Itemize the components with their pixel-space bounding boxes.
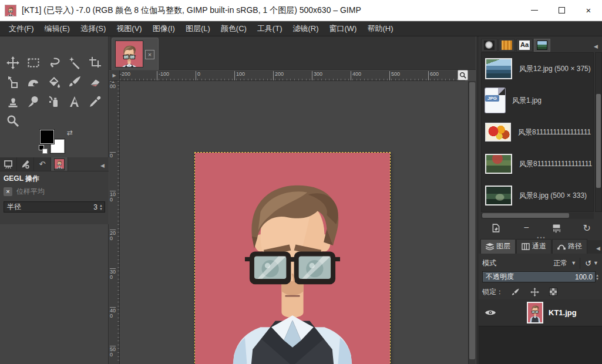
layers-dock-collapse-icon[interactable]: ◀	[592, 243, 602, 254]
swap-colors-icon[interactable]: ⇄	[67, 129, 73, 137]
watermark: 下载吧 www.xiazaiba.com	[510, 360, 601, 364]
canvas-image[interactable]	[195, 153, 390, 364]
tab-layers[interactable]: 图层	[480, 239, 516, 254]
app-icon	[5, 5, 16, 16]
refresh-button[interactable]: ↻	[577, 221, 597, 235]
tab-undo-history[interactable]: ↶	[34, 157, 51, 171]
reset-icon: ↺	[585, 259, 591, 268]
remove-entry-button[interactable]: −	[516, 221, 536, 235]
canvas-scroll-thumb[interactable]	[469, 82, 475, 359]
horizontal-ruler[interactable]: -200 -100 0 100 200 300 400 500 600	[120, 70, 465, 81]
right-dock-collapse-icon[interactable]: ◀	[590, 41, 602, 52]
lock-pixels-icon[interactable]	[509, 286, 522, 298]
gegl-close-icon[interactable]: ×	[4, 187, 12, 196]
opacity-spinner[interactable]: ▲▼	[596, 271, 601, 282]
image-list-item[interactable]: 风景12.jpg (500 × 375)	[482, 53, 593, 85]
tab-tool-options[interactable]	[0, 157, 17, 171]
tab-patterns[interactable]	[499, 39, 515, 52]
image-item-label: 风景1.jpg	[512, 96, 542, 106]
airbrush-tool-icon[interactable]	[43, 92, 64, 111]
warp-transform-tool-icon[interactable]	[23, 72, 43, 92]
tab-images[interactable]	[534, 39, 550, 52]
mode-dropdown[interactable]: 正常 ▼	[496, 257, 580, 269]
image-tab-kt1[interactable]: ×	[112, 38, 159, 70]
lock-position-icon[interactable]	[528, 286, 541, 298]
opacity-slider[interactable]: 不透明度 100.0	[482, 271, 596, 282]
menu-help[interactable]: 帮助(H)	[362, 22, 398, 36]
mode-value: 正常	[553, 258, 567, 268]
clone-tool-icon[interactable]	[2, 92, 23, 111]
tab-image-thumbnail[interactable]	[51, 157, 68, 171]
left-dock-tabs: ↶ ◀	[0, 157, 109, 171]
tab-device-status[interactable]	[17, 157, 34, 171]
opacity-value: 100.0	[575, 273, 595, 281]
list-vscroll-thumb[interactable]	[596, 94, 601, 188]
default-colors-icon-bg[interactable]	[42, 149, 48, 154]
tab-paths-label: 路径	[568, 241, 582, 251]
foreground-color-swatch[interactable]	[40, 130, 54, 144]
image-list-vertical-scrollbar[interactable]	[595, 52, 602, 212]
image-list-item[interactable]: 风景81111111111111111	[482, 116, 593, 148]
move-tool-icon[interactable]	[2, 53, 23, 72]
minimize-button[interactable]	[521, 0, 548, 21]
ruler-menu-icon[interactable]: ▶	[109, 70, 120, 81]
layer-name: KT1.jpg	[549, 308, 577, 317]
menu-file[interactable]: 文件(F)	[4, 22, 39, 36]
image-list-item[interactable]: JPG 风景1.jpg	[482, 85, 593, 116]
zoom-tool-icon[interactable]	[2, 111, 23, 130]
open-image-button[interactable]	[486, 221, 506, 235]
menu-tools[interactable]: 工具(T)	[252, 22, 288, 36]
menu-colors[interactable]: 颜色(C)	[216, 22, 252, 36]
fuzzy-select-tool-icon[interactable]	[64, 53, 85, 72]
menu-edit[interactable]: 编辑(E)	[39, 22, 75, 36]
menubar: 文件(F) 编辑(E) 选择(S) 视图(V) 图像(I) 图层(L) 颜色(C…	[0, 22, 602, 36]
delete-shredder-button[interactable]	[547, 221, 567, 235]
menu-layer[interactable]: 图层(L)	[180, 22, 216, 36]
image-tab-close-icon[interactable]: ×	[145, 50, 154, 59]
maximize-button[interactable]	[548, 0, 575, 21]
list-hscroll-thumb[interactable]	[482, 213, 569, 218]
radius-spinner[interactable]: ▲▼	[99, 204, 105, 211]
tab-fonts[interactable]: Aa	[516, 39, 533, 52]
image-list-item[interactable]: 风景81111111111111111	[482, 148, 593, 180]
image-list-item[interactable]: 风景8.jpg (500 × 333)	[482, 180, 593, 211]
menu-image[interactable]: 图像(I)	[147, 22, 180, 36]
left-dock-collapse-icon[interactable]: ◀	[96, 160, 109, 171]
image-list-horizontal-scrollbar[interactable]	[481, 213, 594, 219]
smudge-tool-icon[interactable]	[23, 92, 43, 111]
menu-view[interactable]: 视图(V)	[111, 22, 147, 36]
tab-paths[interactable]: 路径	[552, 239, 587, 254]
crop-tool-icon[interactable]	[85, 53, 105, 72]
vertical-ruler[interactable]: -100 0 100 200 300 400 500 600	[109, 81, 120, 364]
image-item-label: 风景8.jpg (500 × 333)	[519, 191, 587, 201]
lock-alpha-icon[interactable]	[547, 286, 560, 298]
menu-filters[interactable]: 滤镜(R)	[287, 22, 324, 36]
green-landscape-thumbnail	[485, 154, 512, 174]
eraser-tool-icon[interactable]	[85, 72, 105, 92]
dark-landscape-thumbnail	[485, 186, 512, 205]
visibility-eye-icon[interactable]	[479, 309, 502, 316]
menu-windows[interactable]: 窗口(W)	[324, 22, 362, 36]
radius-slider[interactable]: 半径 3 ▲▼	[4, 201, 105, 213]
h-ruler-tick: 500	[389, 71, 400, 81]
paintbrush-tool-icon[interactable]	[64, 72, 85, 92]
layer-row-kt1[interactable]: KT1.jpg	[479, 299, 602, 326]
lock-label: 锁定：	[482, 287, 503, 297]
tab-brushes[interactable]	[481, 39, 497, 52]
color-picker-tool-icon[interactable]	[85, 92, 105, 111]
unified-transform-tool-icon[interactable]	[2, 72, 23, 92]
v-ruler-tick: 0	[110, 152, 116, 159]
canvas-vertical-scrollbar[interactable]	[468, 81, 476, 364]
text-tool-icon[interactable]	[64, 92, 85, 111]
bucket-fill-tool-icon[interactable]	[43, 72, 64, 92]
tab-channels[interactable]: 通道	[516, 239, 551, 254]
rectangle-select-tool-icon[interactable]	[23, 53, 43, 72]
pattern-icon	[502, 41, 512, 50]
right-dock-tabs: Aa ◀	[481, 38, 602, 52]
zoom-follow-window-icon[interactable]	[458, 70, 468, 80]
canvas-viewport[interactable]	[120, 81, 468, 364]
mode-reset-button[interactable]: ↺ ▼	[580, 258, 601, 269]
menu-select[interactable]: 选择(S)	[75, 22, 111, 36]
close-button[interactable]: ×	[575, 0, 602, 21]
free-select-tool-icon[interactable]	[43, 53, 64, 72]
